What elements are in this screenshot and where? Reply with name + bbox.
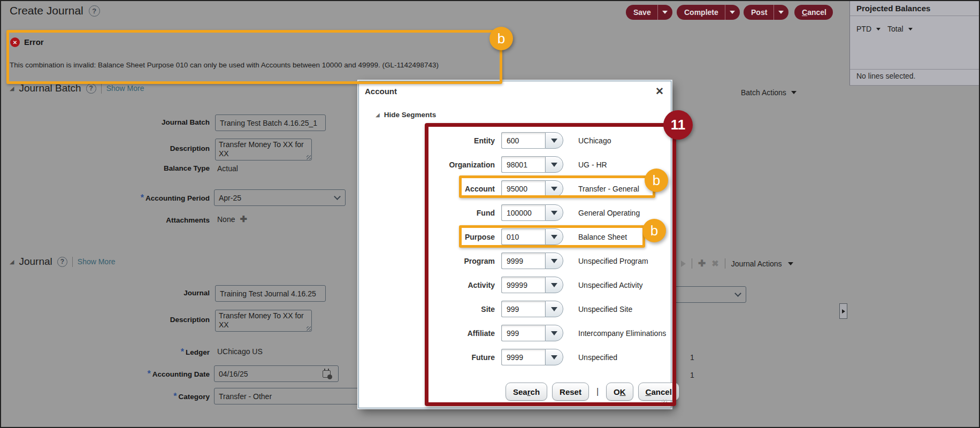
journal-help-icon[interactable]: ? xyxy=(57,257,67,267)
delete-row-icon[interactable]: ✖ xyxy=(711,259,718,268)
annotation-step-badge-11: 11 xyxy=(663,110,693,140)
journal-description-textarea[interactable]: Transfer Money To XX for XX xyxy=(215,310,312,332)
complete-button[interactable]: Complete xyxy=(677,5,740,20)
journal-actions-label[interactable]: Journal Actions xyxy=(731,259,782,268)
ledger-value: UChicago US xyxy=(217,347,263,356)
journal-description-label: Description xyxy=(1,316,210,324)
required-asterisk: * xyxy=(173,392,177,401)
create-journal-page: Create Journal ? Save Complete Post Canc… xyxy=(0,0,980,428)
resize-grip-icon[interactable] xyxy=(307,326,311,331)
chevron-down-icon xyxy=(334,193,341,200)
add-row-icon[interactable]: ✚ xyxy=(698,259,706,268)
journal-section-title: Journal xyxy=(19,256,52,268)
projected-balances-title: Projected Balances xyxy=(850,1,980,16)
journal-batch-section-title: Journal Batch xyxy=(19,82,81,94)
category-value: Transfer - Other xyxy=(219,392,272,401)
collapse-triangle-icon[interactable]: ◢ xyxy=(10,86,14,91)
post-button[interactable]: Post xyxy=(744,5,788,20)
panel-splitter-handle[interactable] xyxy=(839,303,847,319)
triangle-right-icon xyxy=(842,309,845,314)
annotation-badge-b-account: b xyxy=(645,169,668,192)
batch-description-textarea[interactable]: Transfer Money To XX for XX xyxy=(215,139,312,160)
annotation-badge-b-error: b xyxy=(489,27,513,50)
attachments-value: None xyxy=(217,215,235,224)
accounting-period-select[interactable]: Apr-25 xyxy=(214,189,346,206)
line-value: 1 xyxy=(690,371,694,379)
caret-down-icon[interactable] xyxy=(908,28,913,30)
save-button-label[interactable]: Save xyxy=(626,5,657,20)
batch-description-label: Description xyxy=(1,144,210,152)
caret-down-icon[interactable] xyxy=(876,28,881,30)
annotation-purpose-highlight-box xyxy=(459,225,645,248)
annotation-segments-highlight-box xyxy=(425,123,676,406)
caret-down-icon xyxy=(730,11,735,14)
annotation-badge-b-purpose: b xyxy=(642,219,666,242)
date-picker-icon[interactable] xyxy=(323,370,331,378)
journal-input[interactable] xyxy=(215,285,326,302)
balance-type-value: Actual xyxy=(217,164,238,173)
hide-segments-toggle[interactable]: ◢ Hide Segments xyxy=(376,111,436,119)
category-label: Category xyxy=(178,393,210,401)
caret-down-icon xyxy=(788,262,793,265)
journal-batch-input[interactable] xyxy=(215,114,326,131)
ptd-label[interactable]: PTD xyxy=(856,25,871,33)
divider xyxy=(850,69,980,70)
complete-button-label[interactable]: Complete xyxy=(677,5,725,20)
line-value: 1 xyxy=(690,353,694,362)
chevron-down-icon xyxy=(734,290,741,297)
batch-show-more-link[interactable]: Show More xyxy=(106,84,144,93)
required-asterisk: * xyxy=(148,369,151,378)
journal-show-more-link[interactable]: Show More xyxy=(78,257,116,266)
save-button[interactable]: Save xyxy=(626,5,672,20)
journal-field-label: Journal xyxy=(1,289,210,297)
page-title: Create Journal xyxy=(10,4,83,17)
accounting-period-value: Apr-25 xyxy=(219,194,241,202)
add-attachment-icon[interactable]: ✚ xyxy=(240,215,247,224)
divider xyxy=(72,257,73,267)
caret-down-icon xyxy=(791,91,797,94)
required-asterisk: * xyxy=(181,347,184,356)
save-dropdown-button[interactable] xyxy=(658,5,672,20)
annotation-error-highlight-box xyxy=(6,30,502,84)
caret-down-icon xyxy=(778,11,784,14)
cancel-button-label[interactable]: Cancel xyxy=(794,5,833,20)
projected-balances-panel: Projected Balances PTD Total No lines se… xyxy=(849,1,980,86)
divider xyxy=(725,258,725,269)
expand-right-icon[interactable] xyxy=(681,261,686,267)
dialog-title: Account xyxy=(365,87,397,96)
post-dropdown-button[interactable] xyxy=(774,5,788,20)
accounting-date-field[interactable]: 04/16/25 xyxy=(214,365,339,382)
batch-actions-menu[interactable]: Batch Actions xyxy=(741,88,797,97)
divider xyxy=(692,258,692,269)
total-label[interactable]: Total xyxy=(887,25,904,33)
category-select[interactable]: Transfer - Other xyxy=(214,388,364,404)
attachments-label: Attachments xyxy=(1,216,210,224)
caret-down-icon xyxy=(662,11,668,14)
journal-batch-field-label: Journal Batch xyxy=(1,118,210,126)
page-help-icon[interactable]: ? xyxy=(89,5,100,17)
divider xyxy=(101,83,102,94)
close-icon[interactable]: ✕ xyxy=(655,86,664,96)
batch-actions-label[interactable]: Batch Actions xyxy=(741,88,786,97)
no-lines-selected-text: No lines selected. xyxy=(856,72,916,80)
required-asterisk: * xyxy=(141,193,144,202)
accounting-period-label: Accounting Period xyxy=(146,194,210,202)
balance-type-label: Balance Type xyxy=(1,164,210,172)
hide-segments-label: Hide Segments xyxy=(384,111,437,119)
journal-batch-help-icon[interactable]: ? xyxy=(86,83,96,94)
cancel-button[interactable]: Cancel xyxy=(794,5,833,20)
accounting-date-value: 04/16/25 xyxy=(219,370,248,378)
ledger-label: Ledger xyxy=(186,348,210,356)
collapse-triangle-icon: ◢ xyxy=(376,112,380,118)
collapse-triangle-icon[interactable]: ◢ xyxy=(10,259,14,265)
post-button-label[interactable]: Post xyxy=(744,5,774,20)
complete-dropdown-button[interactable] xyxy=(725,5,740,20)
accounting-date-label: Accounting Date xyxy=(152,370,210,378)
resize-grip-icon[interactable] xyxy=(307,155,311,159)
annotation-account-highlight-box xyxy=(459,175,655,198)
